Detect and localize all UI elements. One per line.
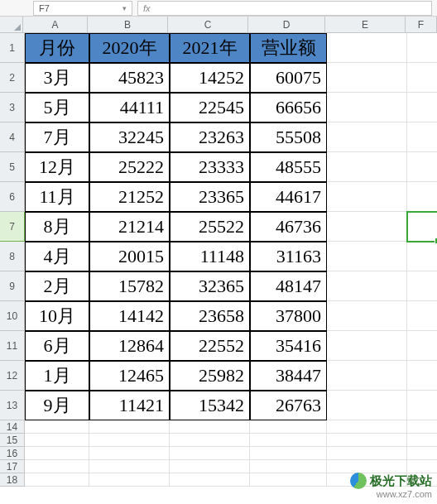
data-cell-r5-D[interactable]: 48555 [250,152,327,182]
row-head-1[interactable]: 1 [0,33,25,63]
data-cell-r6-B[interactable]: 21252 [89,182,170,212]
data-cell-r5-C[interactable]: 23333 [170,152,250,182]
row-head-9[interactable]: 9 [0,271,25,301]
cell[interactable] [25,420,89,434]
data-cell-r4-C[interactable]: 23263 [170,122,250,152]
data-cell-r13-C[interactable]: 15342 [170,391,250,420]
row-head-15[interactable]: 15 [0,434,25,447]
col-head-D[interactable]: D [248,17,325,33]
cell[interactable] [327,361,407,391]
cell[interactable] [170,460,250,473]
name-box-dropdown-icon[interactable]: ▾ [122,4,127,12]
cell[interactable] [407,33,437,63]
row-head-14[interactable]: 14 [0,420,25,434]
data-cell-r4-B[interactable]: 32245 [89,122,170,152]
row-head-3[interactable]: 3 [0,93,25,122]
data-cell-r8-D[interactable]: 31163 [250,242,327,271]
cell[interactable] [250,460,327,473]
data-cell-r6-A[interactable]: 11月 [25,182,89,212]
cell[interactable] [250,420,327,434]
cell[interactable] [327,152,407,182]
cell[interactable] [25,447,89,460]
data-cell-r4-D[interactable]: 55508 [250,122,327,152]
data-cell-r5-A[interactable]: 12月 [25,152,89,182]
data-cell-r5-B[interactable]: 25222 [89,152,170,182]
cell[interactable] [327,122,407,152]
cell[interactable] [327,212,407,242]
data-cell-r2-C[interactable]: 14252 [170,63,250,93]
cell[interactable] [327,460,407,473]
cell[interactable] [407,271,437,301]
cell[interactable] [327,63,407,93]
data-cell-r2-D[interactable]: 60075 [250,63,327,93]
cell[interactable] [25,434,89,447]
data-cell-r8-C[interactable]: 11148 [170,242,250,271]
data-cell-r12-A[interactable]: 1月 [25,361,89,391]
cell[interactable] [407,434,437,447]
row-head-13[interactable]: 13 [0,391,25,420]
row-head-6[interactable]: 6 [0,182,25,212]
data-cell-r2-A[interactable]: 3月 [25,63,89,93]
data-cell-r6-D[interactable]: 44617 [250,182,327,212]
cell[interactable] [407,93,437,122]
data-cell-r3-B[interactable]: 44111 [89,93,170,122]
cell[interactable] [170,447,250,460]
cell[interactable] [407,212,437,242]
data-cell-r13-A[interactable]: 9月 [25,391,89,420]
col-head-C[interactable]: C [168,17,248,33]
cell[interactable] [327,434,407,447]
cell[interactable] [407,152,437,182]
cell[interactable] [327,473,407,487]
data-cell-r13-D[interactable]: 26763 [250,391,327,420]
data-cell-r7-A[interactable]: 8月 [25,212,89,242]
cell[interactable] [89,447,170,460]
cell[interactable] [170,420,250,434]
data-cell-r7-B[interactable]: 21214 [89,212,170,242]
row-head-7[interactable]: 7 [0,212,25,242]
cell[interactable] [89,420,170,434]
data-cell-r4-A[interactable]: 7月 [25,122,89,152]
col-head-B[interactable]: B [88,17,168,33]
data-cell-r11-A[interactable]: 6月 [25,331,89,361]
data-cell-r11-C[interactable]: 22552 [170,331,250,361]
row-head-5[interactable]: 5 [0,152,25,182]
cell[interactable] [170,434,250,447]
cell[interactable] [25,473,89,487]
cell[interactable] [327,271,407,301]
cell-grid[interactable]: 月份2020年2021年营业额3月4582314252600755月441112… [25,33,437,487]
data-cell-r10-D[interactable]: 37800 [250,301,327,331]
data-cell-r13-B[interactable]: 11421 [89,391,170,420]
row-head-2[interactable]: 2 [0,63,25,93]
cell[interactable] [407,63,437,93]
data-cell-r11-D[interactable]: 35416 [250,331,327,361]
data-cell-r9-C[interactable]: 32365 [170,271,250,301]
col-head-F[interactable]: F [406,17,437,33]
data-cell-r3-D[interactable]: 66656 [250,93,327,122]
cell[interactable] [89,434,170,447]
cell[interactable] [407,391,437,420]
cell[interactable] [407,242,437,271]
cell[interactable] [327,447,407,460]
data-cell-r8-A[interactable]: 4月 [25,242,89,271]
row-head-11[interactable]: 11 [0,331,25,361]
cell[interactable] [407,182,437,212]
data-cell-r9-D[interactable]: 48147 [250,271,327,301]
header-cell-c2[interactable]: 2021年 [170,33,250,63]
header-cell-c1[interactable]: 2020年 [89,33,170,63]
cell[interactable] [327,33,407,63]
cell[interactable] [250,434,327,447]
data-cell-r12-C[interactable]: 25982 [170,361,250,391]
data-cell-r10-B[interactable]: 14142 [89,301,170,331]
data-cell-r3-C[interactable]: 22545 [170,93,250,122]
cell[interactable] [327,391,407,420]
data-cell-r9-B[interactable]: 15782 [89,271,170,301]
data-cell-r7-D[interactable]: 46736 [250,212,327,242]
data-cell-r12-D[interactable]: 38447 [250,361,327,391]
cell[interactable] [407,473,437,487]
cell[interactable] [407,301,437,331]
data-cell-r11-B[interactable]: 12864 [89,331,170,361]
row-head-17[interactable]: 17 [0,460,25,473]
row-head-18[interactable]: 18 [0,473,25,487]
header-cell-c3[interactable]: 营业额 [250,33,327,63]
data-cell-r3-A[interactable]: 5月 [25,93,89,122]
